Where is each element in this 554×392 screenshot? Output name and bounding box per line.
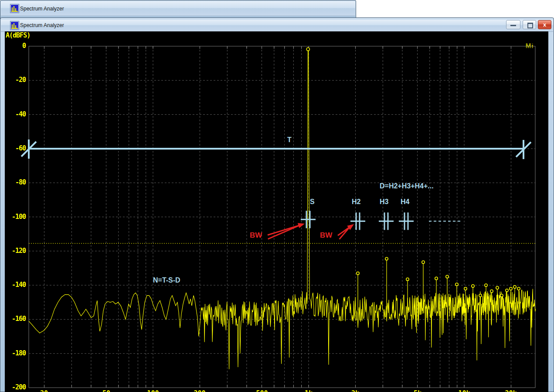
y-axis-tick-label: -60 xyxy=(5,144,26,152)
close-icon: x xyxy=(543,21,546,28)
spectrum-plot xyxy=(5,31,548,392)
spectrum-analyzer-window: Spectrum Analyzer x A(dBFS) Mi T S H2 H3… xyxy=(0,17,554,392)
harmonic-marker xyxy=(513,286,516,288)
harmonic-marker xyxy=(490,290,493,293)
plot-client-area: A(dBFS) Mi T S H2 H3 H4 D=H2+H3+H4+... N… xyxy=(5,31,548,392)
harmonic-marker xyxy=(385,257,388,260)
h4-label: H4 xyxy=(401,198,409,206)
y-axis-tick-label: -140 xyxy=(5,281,26,289)
x-axis-tick-label: 20k xyxy=(499,389,523,392)
y-axis-tick-label: -180 xyxy=(5,349,26,357)
harmonic-marker xyxy=(446,275,449,278)
background-window-titlebar[interactable]: Spectrum Analyzer xyxy=(1,1,355,16)
maximize-icon xyxy=(527,23,533,28)
y-axis-tick-label: -20 xyxy=(5,76,26,84)
harmonic-marker xyxy=(510,287,512,290)
n-formula-label: N=T-S-D xyxy=(153,276,180,284)
bw-arrowhead xyxy=(298,223,305,228)
window-title: Spectrum Analyzer xyxy=(20,6,64,12)
minimize-icon xyxy=(510,25,516,26)
harmonic-marker xyxy=(517,287,520,290)
harmonic-marker xyxy=(357,272,359,274)
harmonic-marker xyxy=(479,294,482,297)
t-label: T xyxy=(287,136,292,144)
titlebar[interactable]: Spectrum Analyzer xyxy=(1,20,553,32)
h2-label: H2 xyxy=(352,198,360,206)
y-axis-tick-label: -120 xyxy=(5,247,26,255)
close-button[interactable]: x xyxy=(538,20,551,29)
h3-label: H3 xyxy=(380,198,388,206)
x-axis-tick-label: 100 xyxy=(141,389,165,392)
x-axis-tick-label: 1k xyxy=(296,389,321,392)
x-axis-tick-label: 2k xyxy=(343,389,367,392)
d-formula-label: D=H2+H3+H4+... xyxy=(380,182,434,190)
y-axis-tick-label: -160 xyxy=(5,315,26,323)
bw-arrow xyxy=(268,225,300,239)
harmonic-marker xyxy=(496,286,499,289)
main-tone-marker xyxy=(306,48,309,51)
x-axis-tick-label: 500 xyxy=(250,389,274,392)
spectrum-analyzer-app-icon xyxy=(10,21,19,30)
harmonic-marker xyxy=(500,294,503,297)
window-title: Spectrum Analyzer xyxy=(20,22,64,28)
harmonic-marker xyxy=(506,289,508,292)
x-axis-tick-label: 50 xyxy=(94,389,119,392)
maximize-button[interactable] xyxy=(523,20,536,29)
y-axis-tick-label: 0 xyxy=(5,42,26,50)
harmonic-marker xyxy=(472,285,474,287)
s-label: S xyxy=(310,198,315,206)
spectrum-analyzer-app-icon xyxy=(10,4,19,13)
harmonic-marker xyxy=(455,283,458,286)
harmonic-marker xyxy=(485,284,487,286)
y-axis-tick-label: -40 xyxy=(5,110,26,118)
minimize-button[interactable] xyxy=(506,20,520,29)
x-axis-tick-label: 10k xyxy=(452,389,476,392)
bw-label-2: BW xyxy=(320,231,332,240)
x-axis-tick-label: 5k xyxy=(405,389,430,392)
harmonic-marker xyxy=(435,277,438,280)
y-axis-tick-label: -100 xyxy=(5,213,26,221)
bw-label-1: BW xyxy=(250,231,262,240)
harmonic-marker xyxy=(422,261,425,263)
harmonic-marker xyxy=(464,287,467,290)
y-axis-tick-label: -200 xyxy=(5,383,26,391)
y-axis-tick-label: -80 xyxy=(5,178,26,186)
x-axis-tick-label: 200 xyxy=(187,389,212,392)
x-axis-tick-label: 20 xyxy=(32,389,56,392)
harmonic-marker xyxy=(406,278,409,280)
spectrum-trace xyxy=(29,51,536,369)
